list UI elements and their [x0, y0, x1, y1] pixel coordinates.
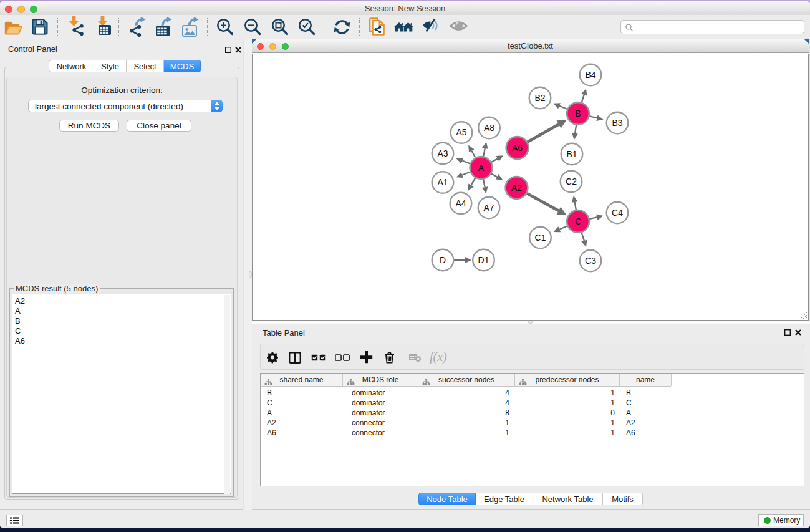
svg-text:A7: A7: [483, 203, 494, 213]
svg-text:B2: B2: [534, 93, 545, 103]
svg-text:A6: A6: [512, 143, 523, 153]
svg-text:B4: B4: [585, 70, 595, 80]
svg-text:C: C: [575, 216, 581, 226]
svg-text:A5: A5: [456, 127, 466, 137]
svg-text:B3: B3: [612, 118, 622, 128]
svg-text:C2: C2: [566, 177, 577, 186]
svg-text:C1: C1: [535, 233, 546, 243]
svg-text:D1: D1: [478, 255, 489, 265]
svg-text:A1: A1: [437, 177, 448, 187]
svg-text:A2: A2: [511, 183, 522, 193]
svg-text:A: A: [478, 163, 485, 173]
svg-text:D: D: [440, 255, 446, 265]
svg-text:C4: C4: [612, 208, 623, 218]
svg-text:B1: B1: [566, 149, 577, 159]
svg-text:A4: A4: [455, 198, 466, 208]
svg-text:C3: C3: [585, 256, 596, 266]
svg-text:B: B: [575, 109, 581, 118]
svg-text:A8: A8: [484, 123, 494, 133]
svg-text:A3: A3: [437, 148, 448, 158]
